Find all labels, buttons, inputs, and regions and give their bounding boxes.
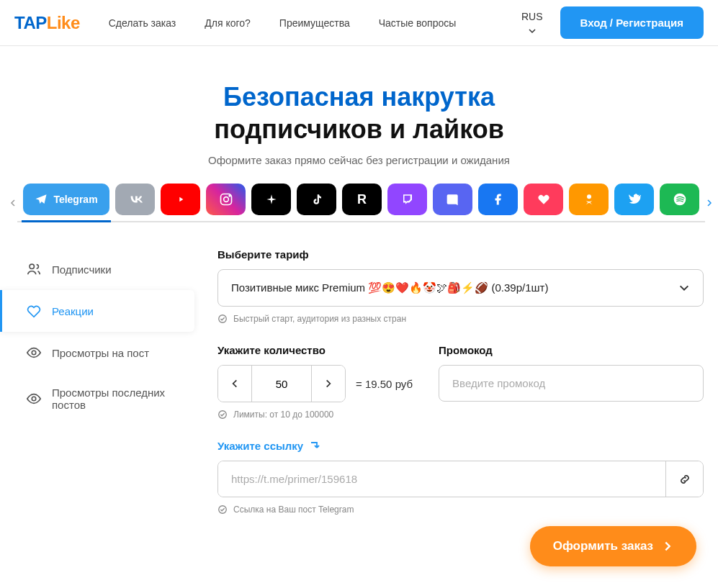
twitter-icon bbox=[628, 193, 641, 206]
social-vk[interactable] bbox=[115, 184, 155, 215]
svg-point-3 bbox=[587, 194, 591, 199]
nav-faq[interactable]: Частые вопросы bbox=[379, 12, 457, 35]
chevron-right-icon bbox=[323, 379, 333, 389]
submit-label: Оформить заказ bbox=[553, 539, 653, 553]
login-button[interactable]: Вход / Регистрация bbox=[560, 6, 704, 39]
quantity-stepper bbox=[217, 365, 346, 402]
tariff-hint-text: Быстрый старт, аудитория из разных стран bbox=[233, 314, 406, 324]
spotify-icon bbox=[673, 192, 687, 207]
logo[interactable]: TAPLike bbox=[14, 13, 80, 33]
tariff-value: Позитивные микс Premium 💯😍❤️🔥🤡🕊🎒⚡🏈 (0.39… bbox=[231, 281, 548, 294]
hero-subtitle: Оформите заказ прямо сейчас без регистра… bbox=[0, 154, 718, 166]
svg-point-7 bbox=[32, 397, 36, 401]
users-icon bbox=[26, 261, 42, 277]
sparkle-icon bbox=[266, 194, 277, 205]
twitch-icon bbox=[401, 193, 414, 206]
quantity-section: Укажите количество = 19.50 руб Лимиты: о… bbox=[217, 344, 413, 420]
social-facebook[interactable] bbox=[478, 184, 518, 215]
link-label: Укажите ссылку bbox=[217, 440, 320, 452]
social-tiktok[interactable] bbox=[297, 184, 336, 215]
sidebar-item-views-post[interactable]: Просмотры на пост bbox=[14, 332, 194, 374]
sidebar-item-label: Подписчики bbox=[52, 263, 112, 276]
eye-icon bbox=[26, 345, 42, 361]
nav-for-whom[interactable]: Для кого? bbox=[205, 12, 251, 35]
scroll-right-button[interactable] bbox=[705, 194, 714, 212]
link-input[interactable] bbox=[218, 461, 665, 497]
quantity-hint-text: Лимиты: от 10 до 100000 bbox=[233, 410, 333, 420]
facebook-icon bbox=[492, 193, 505, 206]
submit-order-button[interactable]: Оформить заказ bbox=[530, 526, 696, 566]
social-instagram[interactable] bbox=[206, 184, 246, 215]
promo-label: Промокод bbox=[439, 344, 704, 356]
quantity-hint: Лимиты: от 10 до 100000 bbox=[217, 410, 413, 420]
chevron-down-icon bbox=[678, 282, 690, 294]
youtube-icon bbox=[174, 192, 188, 207]
social-likee[interactable] bbox=[524, 184, 563, 215]
chevron-right-icon bbox=[662, 540, 673, 552]
sidebar-item-label: Просмотры на пост bbox=[52, 347, 149, 359]
order-form: Выберите тариф Позитивные микс Premium 💯… bbox=[217, 248, 704, 515]
sidebar-item-subscribers[interactable]: Подписчики bbox=[14, 248, 194, 290]
heart-outline-icon bbox=[26, 303, 42, 319]
svg-point-1 bbox=[223, 197, 228, 202]
social-rutube[interactable]: R bbox=[342, 184, 382, 215]
svg-point-2 bbox=[229, 195, 230, 196]
main-nav: Сделать заказ Для кого? Преимущества Час… bbox=[109, 12, 504, 35]
link-copy-button[interactable] bbox=[665, 461, 703, 497]
logo-part1: TAP bbox=[14, 13, 47, 32]
link-section: Укажите ссылку Ссылка на Ваш пост Telegr… bbox=[217, 440, 704, 515]
social-spotify[interactable] bbox=[660, 184, 699, 215]
social-ok[interactable] bbox=[569, 184, 609, 215]
social-telegram[interactable]: Telegram bbox=[23, 184, 109, 215]
tiktok-icon bbox=[310, 193, 323, 206]
quantity-input[interactable] bbox=[251, 366, 312, 402]
svg-point-6 bbox=[32, 350, 36, 355]
quantity-label: Укажите количество bbox=[217, 344, 413, 356]
main-content: Подписчики Реакции Просмотры на пост Про… bbox=[0, 225, 718, 515]
social-discord[interactable] bbox=[433, 184, 472, 215]
nav-order[interactable]: Сделать заказ bbox=[109, 12, 176, 35]
hero: Безопасная накрутка подписчиков и лайков… bbox=[0, 46, 718, 184]
price-text: = 19.50 руб bbox=[356, 378, 413, 390]
tariff-hint: Быстрый старт, аудитория из разных стран bbox=[217, 314, 704, 324]
social-youtube[interactable] bbox=[161, 184, 200, 215]
heart-icon bbox=[537, 193, 550, 206]
chevron-left-icon bbox=[230, 379, 240, 389]
svg-point-5 bbox=[30, 264, 34, 268]
vk-icon bbox=[127, 191, 143, 207]
qty-increase-button[interactable] bbox=[312, 366, 345, 402]
link-icon bbox=[678, 472, 692, 487]
promo-input[interactable] bbox=[439, 365, 704, 402]
check-circle-icon bbox=[217, 505, 228, 515]
hero-line1: Безопасная накрутка bbox=[223, 82, 495, 112]
link-hint-text: Ссылка на Ваш пост Telegram bbox=[233, 505, 354, 515]
hero-line2: подписчиков и лайков bbox=[214, 114, 504, 144]
service-sidebar: Подписчики Реакции Просмотры на пост Про… bbox=[14, 248, 194, 515]
sidebar-item-label: Реакции bbox=[52, 305, 94, 317]
arrow-turn-down-icon bbox=[309, 440, 320, 452]
language-label: RUS bbox=[521, 11, 543, 22]
language-selector[interactable]: RUS bbox=[521, 11, 543, 35]
telegram-icon bbox=[35, 193, 48, 206]
instagram-icon bbox=[219, 192, 233, 207]
promo-section: Промокод bbox=[439, 344, 704, 420]
chevron-left-icon bbox=[9, 199, 17, 207]
social-twitter[interactable] bbox=[614, 184, 654, 215]
check-circle-icon bbox=[217, 410, 228, 420]
check-circle-icon bbox=[217, 314, 228, 324]
sidebar-item-label: Просмотры последних постов bbox=[52, 386, 183, 411]
chevron-down-icon bbox=[528, 27, 537, 35]
sidebar-item-reactions[interactable]: Реакции bbox=[0, 290, 194, 332]
scroll-left-button[interactable] bbox=[9, 194, 17, 212]
ok-icon bbox=[583, 193, 596, 206]
qty-decrease-button[interactable] bbox=[218, 366, 251, 402]
social-twitch[interactable] bbox=[387, 184, 427, 215]
discord-icon bbox=[446, 192, 460, 207]
eye-icon bbox=[26, 391, 42, 407]
tariff-select[interactable]: Позитивные микс Premium 💯😍❤️🔥🤡🕊🎒⚡🏈 (0.39… bbox=[217, 269, 704, 307]
nav-benefits[interactable]: Преимущества bbox=[279, 12, 350, 35]
social-x[interactable] bbox=[251, 184, 291, 215]
social-row: Telegram R bbox=[17, 184, 705, 222]
link-hint: Ссылка на Ваш пост Telegram bbox=[217, 505, 704, 515]
sidebar-item-views-recent[interactable]: Просмотры последних постов bbox=[14, 374, 194, 424]
